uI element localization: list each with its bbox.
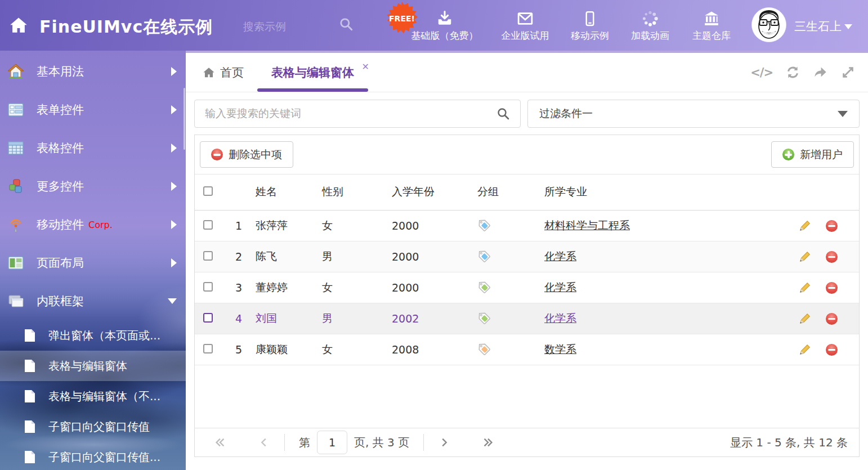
app-header: FineUIMvc在线示例 搜索示例 FREE! 基础版（免费） 企业版试用 移… [0, 0, 868, 51]
nav-mobile-demo[interactable]: 移动示例 [566, 0, 614, 51]
delete-row-icon[interactable] [826, 282, 838, 294]
edit-pencil-icon[interactable] [799, 220, 811, 232]
nav-basic-free[interactable]: 基础版（免费） [408, 0, 482, 51]
sidebar-subitem-grid-edit-window-2[interactable]: 表格与编辑窗体（不... [0, 381, 186, 411]
next-page-icon[interactable] [438, 436, 450, 449]
header-search-input[interactable]: 搜索示例 [243, 20, 286, 34]
sidebar-item-more-controls[interactable]: 更多控件 [0, 167, 186, 205]
major-link[interactable]: 数学系 [544, 343, 576, 355]
sidebar-item-table-controls[interactable]: 表格控件 [0, 129, 186, 167]
row-checkbox[interactable] [203, 344, 213, 353]
major-link[interactable]: 化学系 [544, 281, 576, 293]
nav-enterprise-trial[interactable]: 企业版试用 [495, 0, 555, 51]
first-page-icon[interactable] [214, 436, 226, 449]
view-source-icon[interactable]: </> [750, 66, 773, 79]
major-link[interactable]: 化学系 [544, 312, 576, 324]
form-icon [7, 101, 24, 118]
pagination-summary: 显示 1 - 5 条, 共 12 条 [730, 435, 848, 450]
refresh-icon[interactable] [785, 65, 800, 80]
row-checkbox[interactable] [203, 220, 213, 230]
add-user-button[interactable]: 新增用户 [771, 141, 854, 168]
sidebar-subitem-popup-window[interactable]: 弹出窗体（本页面或... [0, 320, 186, 351]
col-header-group[interactable]: 分组 [462, 174, 526, 210]
chevron-right-icon [171, 182, 177, 191]
col-header-major[interactable]: 所学专业 [526, 174, 786, 210]
row-number: 2 [222, 241, 242, 272]
sidebar-item-basic-usage[interactable]: 基本用法 [0, 52, 186, 91]
delete-selected-button[interactable]: 删除选中项 [200, 141, 293, 168]
row-checkbox[interactable] [203, 251, 213, 261]
major-link[interactable]: 化学系 [544, 250, 576, 262]
chevron-right-icon [171, 220, 177, 229]
tag-icon [476, 310, 491, 325]
delete-row-icon[interactable] [826, 313, 838, 325]
sidebar-item-page-layout[interactable]: 页面布局 [0, 244, 186, 282]
major-link[interactable]: 材料科学与工程系 [544, 219, 630, 231]
prev-page-icon[interactable] [258, 436, 270, 449]
last-page-icon[interactable] [482, 436, 494, 449]
file-icon [24, 359, 36, 373]
active-tab-underline [257, 88, 368, 92]
tab-close-icon[interactable]: ✕ [362, 61, 369, 72]
col-header-name[interactable]: 姓名 [242, 174, 310, 210]
table-row[interactable]: 3董婷婷女2000化学系 [195, 272, 859, 303]
main-area: 首页 表格与编辑窗体 ✕ </> 输入要搜索的关键词 过滤 [186, 51, 868, 470]
share-icon[interactable] [813, 65, 828, 80]
select-all-checkbox[interactable] [203, 186, 213, 196]
user-dropdown-caret[interactable] [844, 24, 852, 29]
nav-loading-animation[interactable]: 加载动画 [626, 0, 674, 51]
tab-grid-edit-window[interactable]: 表格与编辑窗体 ✕ [257, 53, 368, 92]
table-row[interactable]: 1张萍萍女2000材料科学与工程系 [195, 210, 859, 241]
user-avatar[interactable] [751, 7, 786, 42]
table-row[interactable]: 5康颖颖女2008数学系 [195, 334, 859, 365]
sidebar-subitem-child-to-parent[interactable]: 子窗口向父窗口传值 [0, 411, 186, 442]
corp-badge: Corp. [88, 220, 113, 230]
edit-pencil-icon[interactable] [799, 250, 811, 263]
edit-pencil-icon[interactable] [799, 312, 811, 325]
keyword-search-input[interactable]: 输入要搜索的关键词 [194, 100, 521, 128]
row-checkbox[interactable] [203, 313, 213, 323]
delete-row-icon[interactable] [826, 251, 838, 263]
sidebar-item-form-controls[interactable]: 表单控件 [0, 91, 186, 129]
sidebar-item-inline-frames[interactable]: 内联框架 [0, 282, 186, 320]
delete-row-icon[interactable] [826, 344, 838, 356]
edit-pencil-icon[interactable] [799, 281, 811, 294]
row-number: 5 [222, 334, 242, 365]
chevron-down-icon [168, 298, 177, 304]
chevron-right-icon [171, 67, 177, 76]
cell-name: 刘国 [242, 303, 310, 334]
table-row[interactable]: 2陈飞男2000化学系 [195, 241, 859, 272]
file-icon [24, 329, 36, 342]
cell-year: 2000 [375, 272, 462, 303]
delete-row-icon[interactable] [826, 220, 838, 232]
edit-pencil-icon[interactable] [799, 343, 811, 356]
grid-toolbar: 删除选中项 新增用户 [195, 135, 859, 174]
col-header-year[interactable]: 入学年份 [375, 174, 462, 210]
app-home-icon[interactable] [9, 16, 28, 35]
filter-dropdown[interactable]: 过滤条件一 [527, 100, 860, 128]
tab-home[interactable]: 首页 [203, 53, 244, 92]
page-number-input[interactable]: 1 [317, 431, 347, 454]
username[interactable]: 三生石上 [794, 19, 842, 34]
file-icon [24, 390, 36, 403]
row-checkbox[interactable] [203, 282, 213, 292]
sidebar-item-mobile-controls[interactable]: 移动控件 Corp. [0, 205, 186, 244]
cell-gender: 女 [310, 210, 375, 241]
chevron-right-icon [171, 105, 177, 114]
sidebar-subitem-grid-edit-window[interactable]: 表格与编辑窗体 [0, 351, 186, 381]
cell-year: 2002 [375, 303, 462, 334]
expand-icon[interactable] [840, 65, 856, 80]
nav-theme-repo[interactable]: 主题仓库 [687, 0, 736, 51]
sidebar: 基本用法 表单控件 表格控件 更多控件 移动控件 Corp. [0, 51, 186, 470]
header-search-icon[interactable] [339, 17, 354, 32]
plus-circle-icon [782, 149, 794, 160]
envelope-icon [517, 10, 534, 27]
layout-icon [7, 254, 24, 271]
col-header-gender[interactable]: 性别 [310, 174, 375, 210]
grid-panel: 删除选中项 新增用户 姓名 性别 [194, 135, 860, 457]
cell-gender: 女 [310, 334, 375, 365]
sidebar-subitem-child-to-parent-2[interactable]: 子窗口向父窗口传值... [0, 442, 186, 470]
cell-gender: 男 [310, 303, 375, 334]
table-row[interactable]: 4刘国男2002化学系 [195, 303, 859, 334]
search-icon[interactable] [496, 107, 510, 120]
